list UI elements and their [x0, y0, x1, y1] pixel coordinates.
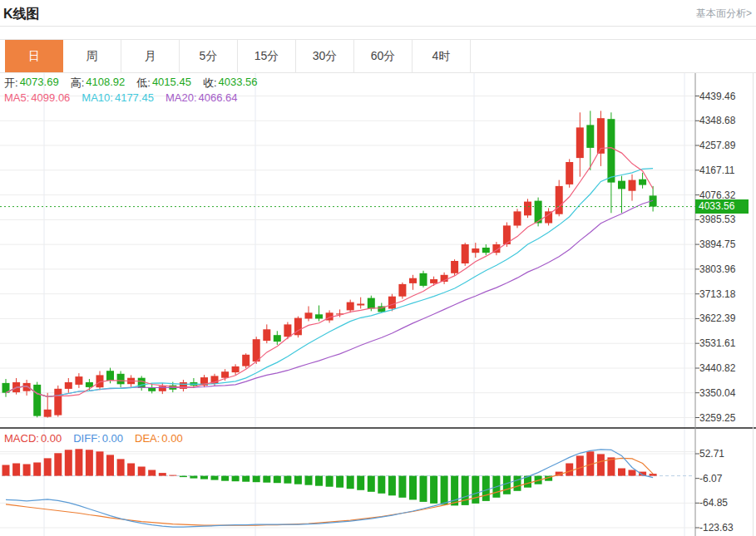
readout-value: 4066.64 [199, 91, 238, 104]
macd-readout: MACD:0.00DIFF:0.00DEA:0.00 [4, 432, 195, 445]
price-axis-tick-label: 3894.75 [699, 238, 753, 250]
readout-value: 0.00 [102, 432, 123, 445]
macd-axis-tick-label: -6.07 [699, 473, 753, 484]
macd-axis-tick-label: -64.85 [699, 497, 753, 509]
ohlc-readout: 开:4073.69高:4108.92低:4015.45收:4033.56 [4, 76, 269, 91]
current-price-badge: 4033.56 [695, 199, 749, 214]
price-axis-tick-label: 3531.61 [699, 337, 753, 349]
readout-label: 收: [203, 76, 217, 91]
readout-value: 4033.56 [219, 76, 258, 91]
price-axis-tick-label: 3985.53 [699, 214, 753, 225]
price-axis-tick-label: 4439.46 [699, 91, 753, 102]
readout-label: 开: [4, 76, 18, 91]
ma-readout: MA5:4099.06MA10:4177.45MA20:4066.64 [4, 91, 250, 104]
readout-label: MA10: [82, 91, 113, 104]
macd-axis-tick-label: -123.63 [699, 522, 753, 534]
readout-value: 4099.06 [31, 91, 70, 104]
price-axis-tick-label: 3440.82 [699, 362, 753, 374]
price-axis-tick-label: 4348.68 [699, 115, 753, 126]
kline-chart-panel: K线图 基本面分析> 日周月5分15分30分60分4时 开:4073.69高:4… [0, 0, 756, 536]
price-axis-tick-label: 3622.39 [699, 312, 753, 324]
price-axis-tick-label: 3713.18 [699, 288, 753, 300]
readout-value: 4108.92 [86, 76, 125, 91]
price-axis-tick-label: 4167.11 [699, 165, 753, 176]
price-axis-tick-label: 3803.96 [699, 263, 753, 275]
price-axis-tick-label: 4257.89 [699, 140, 753, 151]
readout-value: 4015.45 [152, 76, 191, 91]
price-axis-tick-label: 3350.04 [699, 387, 753, 399]
macd-axis-tick-label: 52.71 [699, 448, 753, 460]
readout-value: 0.00 [41, 432, 62, 445]
readout-label: DIFF: [73, 432, 101, 445]
readout-label: DEA: [135, 432, 160, 445]
readout-label: 高: [71, 76, 85, 91]
readout-label: MA20: [166, 91, 197, 104]
panel-right-edge [753, 73, 754, 536]
readout-value: 4073.69 [20, 76, 59, 91]
readout-value: 0.00 [161, 432, 182, 445]
readout-label: MA5: [4, 91, 29, 104]
price-axis-tick-label: 3259.25 [699, 412, 753, 424]
readout-label: 低: [136, 76, 151, 91]
readout-value: 4177.45 [115, 91, 154, 104]
readout-label: MACD: [4, 432, 39, 445]
